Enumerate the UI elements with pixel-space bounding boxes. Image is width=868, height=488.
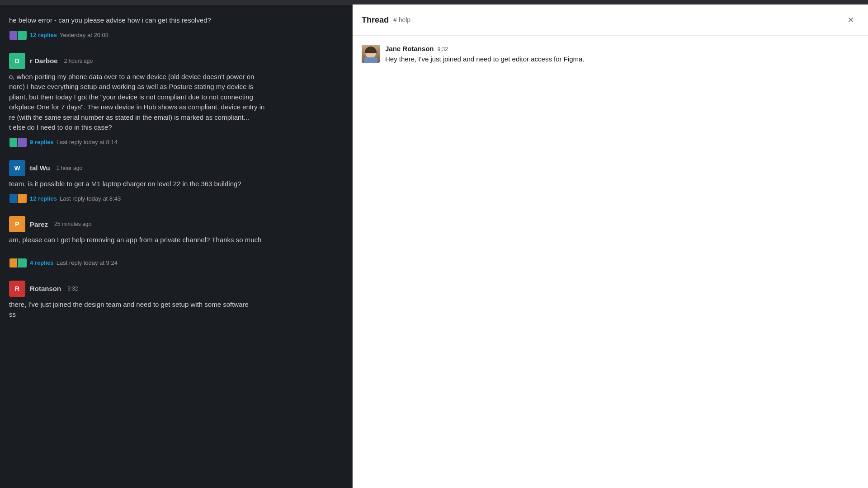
- message-header: D r Darboe 2 hours ago: [9, 53, 343, 69]
- message-body: there, I've just joined the design team …: [9, 300, 343, 320]
- message-time: 9:32: [67, 286, 78, 292]
- thread-title: Thread: [362, 15, 389, 25]
- avatar: P: [9, 216, 25, 232]
- avatar: D: [9, 53, 25, 69]
- reply-time: Last reply today at 8:14: [57, 139, 118, 145]
- message-author: Parez: [30, 221, 48, 228]
- list-item: he below error - can you please advise h…: [0, 12, 352, 46]
- avatar: W: [9, 160, 25, 176]
- thread-header: Thread # help ×: [353, 5, 868, 36]
- reply-avatars: [9, 137, 27, 147]
- message-list-panel: he below error - can you please advise h…: [0, 5, 353, 488]
- thread-msg-body: Hey there, I've just joined and need to …: [385, 54, 859, 65]
- message-body: team, is it possible to get a M1 laptop …: [9, 179, 343, 189]
- replies-row: 12 replies Last reply today at 8:43: [9, 192, 343, 205]
- main-layout: he below error - can you please advise h…: [0, 5, 868, 488]
- thread-messages: Jane Rotanson 9:32 Hey there, I've just …: [353, 36, 868, 488]
- avatar: [362, 45, 380, 63]
- reply-count[interactable]: 12 replies: [30, 32, 57, 38]
- list-item: W tal Wu 1 hour ago team, is it possible…: [0, 156, 352, 209]
- reply-time: Yesterday at 20:08: [60, 32, 108, 38]
- thread-channel: # help: [393, 16, 410, 23]
- thread-msg-author: Jane Rotanson: [385, 45, 434, 52]
- close-icon: ×: [848, 14, 854, 26]
- reply-avatars: [9, 193, 27, 203]
- close-button[interactable]: ×: [843, 12, 859, 28]
- list-item: R Rotanson 9:32 there, I've just joined …: [0, 277, 352, 324]
- reply-count[interactable]: 4 replies: [30, 259, 54, 266]
- reply-avatar: [17, 193, 27, 203]
- replies-row: 4 replies Last reply today at 9:24: [9, 256, 343, 270]
- thread-msg-header: Jane Rotanson 9:32: [385, 45, 859, 52]
- thread-title-group: Thread # help: [362, 15, 410, 25]
- top-bar: [0, 0, 868, 5]
- avatar: R: [9, 281, 25, 297]
- message-body: am, please can I get help removing an ap…: [9, 235, 343, 245]
- reply-time: Last reply today at 9:24: [57, 259, 118, 266]
- reply-avatars: [9, 30, 27, 40]
- message-author: Rotanson: [30, 285, 61, 292]
- thread-message: Jane Rotanson 9:32 Hey there, I've just …: [362, 45, 859, 65]
- list-item: P Parez 25 minutes ago am, please can I …: [0, 212, 352, 273]
- replies-row: 12 replies Yesterday at 20:08: [9, 28, 343, 42]
- reply-avatar: [17, 30, 27, 40]
- message-body: he below error - can you please advise h…: [9, 15, 343, 26]
- thread-panel: Thread # help ×: [353, 5, 868, 488]
- thread-msg-content: Jane Rotanson 9:32 Hey there, I've just …: [385, 45, 859, 65]
- reply-avatars: [9, 258, 27, 268]
- replies-row: 9 replies Last reply today at 8:14: [9, 136, 343, 149]
- message-author: tal Wu: [30, 164, 50, 172]
- reply-count[interactable]: 12 replies: [30, 195, 57, 202]
- list-item: D r Darboe 2 hours ago o, when porting m…: [0, 49, 352, 153]
- message-time: 2 hours ago: [64, 58, 93, 64]
- message-time: 1 hour ago: [57, 165, 82, 171]
- reply-avatar: [17, 258, 27, 268]
- reply-time: Last reply today at 8:43: [60, 195, 121, 202]
- thread-msg-time: 9:32: [438, 46, 448, 52]
- message-header: R Rotanson 9:32: [9, 281, 343, 297]
- message-time: 25 minutes ago: [54, 221, 91, 227]
- message-header: P Parez 25 minutes ago: [9, 216, 343, 232]
- reply-avatar: [17, 137, 27, 147]
- message-header: W tal Wu 1 hour ago: [9, 160, 343, 176]
- message-body: o, when porting my phone data over to a …: [9, 72, 343, 133]
- message-author: r Darboe: [30, 57, 58, 65]
- reply-count[interactable]: 9 replies: [30, 139, 54, 145]
